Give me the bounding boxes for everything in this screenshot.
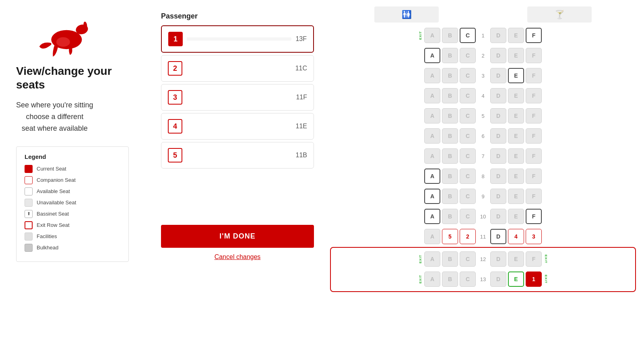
seat-12D[interactable]: D xyxy=(490,251,506,267)
seat-13D[interactable]: D xyxy=(490,272,506,287)
seat-11C[interactable]: 2 xyxy=(460,229,476,244)
seat-10E[interactable]: E xyxy=(508,209,524,224)
seat-7B[interactable]: B xyxy=(442,148,458,164)
left-seats-row-10: ABC xyxy=(424,209,476,224)
seat-4E[interactable]: E xyxy=(508,88,524,103)
seat-11F[interactable]: 3 xyxy=(526,229,542,244)
seat-3E[interactable]: E xyxy=(508,68,524,83)
seat-6A[interactable]: A xyxy=(424,128,440,144)
seat-3D[interactable]: D xyxy=(490,68,506,83)
seat-7C[interactable]: C xyxy=(460,148,476,164)
seat-12E[interactable]: E xyxy=(508,251,524,267)
seat-11D[interactable]: D xyxy=(490,229,506,244)
seat-3B[interactable]: B xyxy=(442,68,458,83)
left-seats-row-6: ABC xyxy=(424,128,476,144)
seat-9E[interactable]: E xyxy=(508,189,524,204)
seat-8C[interactable]: C xyxy=(460,169,476,184)
seat-1D[interactable]: D xyxy=(490,28,506,43)
seat-10A[interactable]: A xyxy=(424,209,440,224)
legend-label-facilities: Facilities xyxy=(37,233,57,239)
exit-label-right-12: EXIT xyxy=(542,255,550,263)
bar-icon: 🍸 xyxy=(555,10,565,19)
left-seats-row-8: ABC xyxy=(424,169,476,184)
seat-1B[interactable]: B xyxy=(442,28,458,43)
seat-10D[interactable]: D xyxy=(490,209,506,224)
seat-row-7: ABC7DEF xyxy=(330,146,636,166)
seat-3C[interactable]: C xyxy=(460,68,476,83)
seat-2E[interactable]: E xyxy=(508,48,524,63)
seat-1E[interactable]: E xyxy=(508,28,524,43)
seat-13C[interactable]: C xyxy=(460,272,476,287)
seat-7D[interactable]: D xyxy=(490,148,506,164)
seat-6E[interactable]: E xyxy=(508,128,524,144)
seat-8A[interactable]: A xyxy=(424,169,440,184)
seat-8B[interactable]: B xyxy=(442,169,458,184)
seat-3A[interactable]: A xyxy=(424,68,440,83)
seat-4D[interactable]: D xyxy=(490,88,506,103)
seat-6C[interactable]: C xyxy=(460,128,476,144)
seat-10F[interactable]: F xyxy=(526,209,542,224)
seat-12A[interactable]: A xyxy=(424,251,440,267)
seat-12F[interactable]: F xyxy=(526,251,542,267)
seat-5C[interactable]: C xyxy=(460,108,476,123)
passenger-item-2[interactable]: 2 11C xyxy=(161,55,314,82)
done-button[interactable]: I'M DONE xyxy=(161,225,314,248)
seat-9A[interactable]: A xyxy=(424,189,440,204)
seat-5E[interactable]: E xyxy=(508,108,524,123)
seat-4C[interactable]: C xyxy=(460,88,476,103)
seat-2C[interactable]: C xyxy=(460,48,476,63)
seat-8D[interactable]: D xyxy=(490,169,506,184)
seat-6B[interactable]: B xyxy=(442,128,458,144)
seat-6F[interactable]: F xyxy=(526,128,542,144)
seat-11A[interactable]: A xyxy=(424,229,440,244)
seat-1A[interactable]: A xyxy=(424,28,440,43)
seat-1C[interactable]: C xyxy=(460,28,476,43)
seat-5D[interactable]: D xyxy=(490,108,506,123)
seat-6D[interactable]: D xyxy=(490,128,506,144)
seat-2B[interactable]: B xyxy=(442,48,458,63)
seat-5A[interactable]: A xyxy=(424,108,440,123)
seat-2D[interactable]: D xyxy=(490,48,506,63)
seat-4B[interactable]: B xyxy=(442,88,458,103)
passenger-badge-4: 4 xyxy=(168,119,182,134)
seat-9B[interactable]: B xyxy=(442,189,458,204)
passenger-item-4[interactable]: 4 11E xyxy=(161,113,314,140)
seat-8F[interactable]: F xyxy=(526,169,542,184)
seat-7A[interactable]: A xyxy=(424,148,440,164)
seat-13F[interactable]: 1 xyxy=(526,272,542,287)
cancel-changes-link[interactable]: Cancel changes xyxy=(161,253,314,261)
seat-4A[interactable]: A xyxy=(424,88,440,103)
seat-9F[interactable]: F xyxy=(526,189,542,204)
seat-map: EXIT ABC1DEFABC2DEFABC3DEFABC4DEFABC5DEF… xyxy=(330,26,636,292)
seat-10C[interactable]: C xyxy=(460,209,476,224)
seat-11B[interactable]: 5 xyxy=(442,229,458,244)
seat-2F[interactable]: F xyxy=(526,48,542,63)
seat-1F[interactable]: F xyxy=(526,28,542,43)
passenger-badge-5: 5 xyxy=(168,148,182,162)
seat-2A[interactable]: A xyxy=(424,48,440,63)
seat-4F[interactable]: F xyxy=(526,88,542,103)
seat-9D[interactable]: D xyxy=(490,189,506,204)
row-number-8: 8 xyxy=(476,173,490,179)
seat-10B[interactable]: B xyxy=(442,209,458,224)
seat-5F[interactable]: F xyxy=(526,108,542,123)
seat-7E[interactable]: E xyxy=(508,148,524,164)
seat-13A[interactable]: A xyxy=(424,272,440,287)
passenger-item-3[interactable]: 3 11F xyxy=(161,84,314,111)
passenger-item-1[interactable]: 1 13F xyxy=(161,25,314,53)
seat-12C[interactable]: C xyxy=(460,251,476,267)
seat-13B[interactable]: B xyxy=(442,272,458,287)
seat-11E[interactable]: 4 xyxy=(508,229,524,244)
right-seats-row-11: D43 xyxy=(490,229,542,244)
seat-7F[interactable]: F xyxy=(526,148,542,164)
legend-item-current: Current Seat xyxy=(25,165,120,173)
seat-3F[interactable]: F xyxy=(526,68,542,83)
seat-9C[interactable]: C xyxy=(460,189,476,204)
legend-label-exit: Exit Row Seat xyxy=(37,222,70,228)
passenger-item-5[interactable]: 5 11B xyxy=(161,142,314,169)
seat-8E[interactable]: E xyxy=(508,169,524,184)
seat-13E[interactable]: E xyxy=(508,272,524,287)
seat-5B[interactable]: B xyxy=(442,108,458,123)
seat-12B[interactable]: B xyxy=(442,251,458,267)
row-number-2: 2 xyxy=(476,53,490,59)
